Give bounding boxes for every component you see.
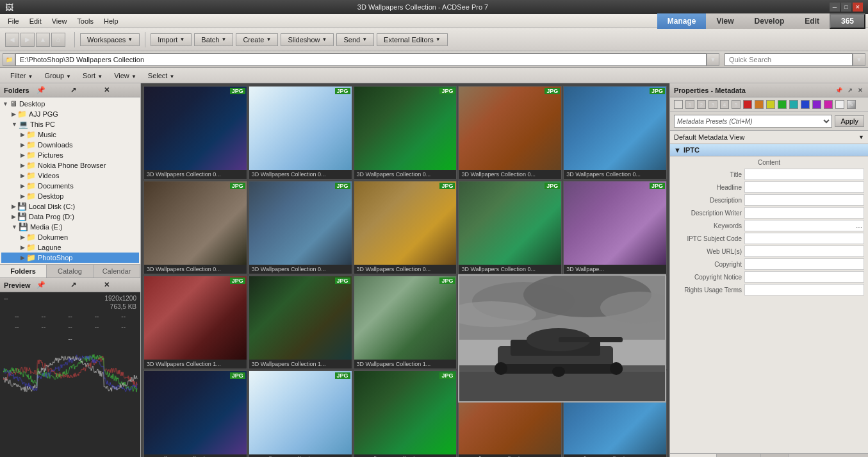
image-thumbnail[interactable]: JPG3D Wallpapers Collection 0... (249, 181, 352, 274)
image-thumbnail[interactable]: JPG3D Wallpapers Collection 0... (563, 86, 667, 179)
color-green[interactable] (778, 100, 787, 109)
panel-float[interactable]: ↗ (69, 86, 103, 94)
batch-button[interactable]: Batch ▼ (194, 33, 233, 46)
tab-calendar[interactable]: Calendar (94, 265, 140, 278)
tree-item[interactable]: ▶📁Lagune (1, 242, 139, 253)
image-thumbnail[interactable]: JPG3D Wallpapers Collection 0... (249, 86, 352, 179)
keywords-field[interactable]: ... (744, 220, 864, 231)
view-button[interactable]: View ▼ (109, 71, 142, 81)
menu-file[interactable]: File (3, 16, 24, 26)
keywords-button[interactable]: ... (856, 221, 862, 230)
props-pin[interactable]: 📌 (834, 87, 844, 94)
apply-button[interactable]: Apply (835, 115, 864, 127)
addr-expand[interactable]: 📁 (3, 53, 15, 66)
menu-view[interactable]: View (47, 16, 72, 26)
field-input[interactable] (744, 181, 864, 193)
image-thumbnail[interactable]: JPG3D Wallpapers Collection 1... (143, 276, 247, 369)
presets-select[interactable]: Metadata Presets (Ctrl+M) (674, 115, 832, 128)
panel-close[interactable]: ✕ (102, 86, 136, 94)
field-input[interactable] (744, 271, 864, 283)
image-thumbnail[interactable]: JPG3D Wallpape... (563, 181, 667, 274)
menu-help[interactable]: Help (99, 16, 124, 26)
iptc-header[interactable]: ▼ IPTC (670, 144, 868, 156)
search-button[interactable]: ▼ (853, 53, 865, 66)
image-thumbnail[interactable]: JPG3D Wallpapers Collection 0... (354, 86, 457, 179)
address-input[interactable] (15, 53, 707, 66)
select-button[interactable]: Select ▼ (143, 71, 180, 81)
menu-tools[interactable]: Tools (72, 16, 99, 26)
group-button[interactable]: Group ▼ (39, 71, 76, 81)
preview-close[interactable]: ✕ (102, 281, 136, 289)
field-input[interactable] (744, 245, 864, 257)
preview-float[interactable]: ↗ (69, 281, 103, 289)
panel-pin[interactable]: 📌 (35, 86, 69, 94)
tree-item[interactable]: ▼💻This PC (1, 119, 139, 129)
color-orange[interactable] (755, 100, 764, 109)
tab-file[interactable]: File (761, 454, 789, 457)
image-thumbnail[interactable]: JPG3D Wallpapers Collection 0... (143, 181, 247, 274)
folder-tree[interactable]: ▼🖥Desktop▶📁AJJ PGG▼💻This PC▶📁Music▶📁Down… (0, 97, 140, 264)
tree-item[interactable]: ▶📁Documents (1, 181, 139, 191)
field-input[interactable] (744, 284, 864, 295)
color-edit[interactable]: ✎ (847, 100, 856, 109)
rating-4[interactable]: 4 (720, 100, 729, 109)
nav-up[interactable]: ▲ (36, 33, 50, 47)
color-red[interactable] (743, 100, 752, 109)
tab-organize[interactable]: Organize (717, 454, 762, 457)
rating-2[interactable]: 2 (697, 100, 706, 109)
tree-item[interactable]: ▶📁Nokia Phone Browser (1, 160, 139, 170)
image-thumbnail[interactable]: JPG3D Wallpapers Collection 1... (354, 370, 457, 457)
tab-metadata[interactable]: Metadata (670, 454, 717, 457)
create-button[interactable]: Create ▼ (236, 33, 278, 46)
color-white[interactable] (835, 100, 844, 109)
tree-item[interactable]: ▶📁Dokumen (1, 232, 139, 242)
nav-forward[interactable]: ▶ (20, 33, 35, 47)
image-thumbnail[interactable]: JPG3D Wallpapers Collection 1... (249, 276, 352, 369)
preview-pin[interactable]: 📌 (35, 281, 69, 289)
addr-go[interactable]: ▼ (707, 53, 719, 66)
field-input[interactable] (744, 194, 864, 206)
color-pink[interactable] (824, 100, 833, 109)
rating-3[interactable]: 3 (708, 100, 717, 109)
mode-view[interactable]: View (706, 13, 744, 29)
search-input[interactable] (725, 53, 853, 66)
slideshow-button[interactable]: Slideshow ▼ (281, 33, 334, 46)
color-yellow[interactable] (766, 100, 775, 109)
image-thumbnail[interactable]: JPG3D Wallpapers Collection 0... (458, 86, 562, 179)
nav-home[interactable]: ⌂ (51, 33, 65, 47)
image-thumbnail[interactable]: JPG3D Wallpapers Collection 0... (354, 181, 457, 274)
field-input[interactable] (744, 233, 864, 244)
check-icon[interactable]: ✓ (674, 100, 683, 109)
send-button[interactable]: Send ▼ (336, 33, 374, 46)
image-thumbnail[interactable]: JPG3D Wallpapers Collection 1... (143, 370, 247, 457)
color-cyan[interactable] (789, 100, 798, 109)
mode-edit[interactable]: Edit (794, 13, 830, 29)
import-button[interactable]: Import ▼ (151, 33, 192, 46)
tree-item[interactable]: ▶📁Videos (1, 170, 139, 181)
rating-5[interactable]: 5 (732, 100, 741, 109)
external-editors-button[interactable]: External Editors ▼ (377, 33, 448, 46)
tab-catalog[interactable]: Catalog (47, 265, 94, 278)
image-thumbnail[interactable]: JPG3D Wallpapers Collection 0... (143, 86, 247, 179)
tree-item[interactable]: ▼💾Media (E:) (1, 222, 139, 232)
nav-back[interactable]: ◀ (5, 33, 19, 47)
image-thumbnail[interactable]: JPG3D Wallpapers Collection 0... (458, 181, 562, 274)
tree-item[interactable]: ▶📁PhotoShop (1, 253, 139, 263)
tree-item[interactable]: ▶💾Data Prog (D:) (1, 212, 139, 222)
menu-edit[interactable]: Edit (24, 16, 47, 26)
field-input[interactable] (744, 258, 864, 270)
tree-item[interactable]: ▶📁AJJ PGG (1, 109, 139, 119)
maximize-button[interactable]: □ (841, 3, 851, 12)
image-thumbnail[interactable]: JPG3D Wallpapers Collection 1... (354, 276, 457, 369)
field-input[interactable] (744, 207, 864, 219)
tree-item[interactable]: ▶📁Pictures (1, 150, 139, 160)
close-button[interactable]: ✕ (853, 3, 863, 12)
tree-item[interactable]: ▶💾Local Disk (C:) (1, 201, 139, 212)
rating-1[interactable]: 1 (685, 100, 694, 109)
filter-button[interactable]: Filter ▼ (5, 71, 38, 81)
workspaces-button[interactable]: Workspaces ▼ (80, 33, 140, 46)
tab-folders[interactable]: Folders (0, 265, 47, 278)
color-blue[interactable] (801, 100, 810, 109)
sort-button[interactable]: Sort ▼ (78, 71, 108, 81)
mode-manage[interactable]: Manage (657, 13, 707, 29)
